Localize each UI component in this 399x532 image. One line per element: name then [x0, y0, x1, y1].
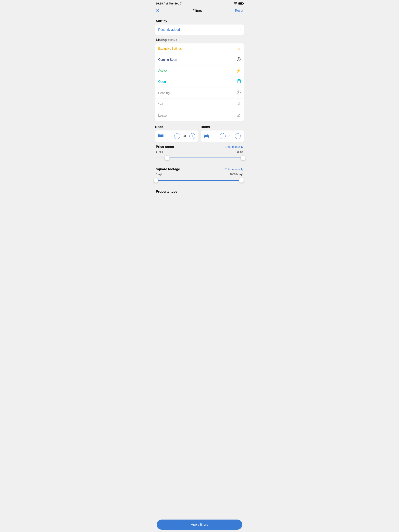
listing-row-pending[interactable]: Pending [155, 88, 244, 99]
price-range-manual-button[interactable]: Enter manually [225, 145, 243, 148]
listing-row-open[interactable]: Open [155, 76, 244, 88]
clock-icon-pending [237, 90, 241, 96]
bookmark-icon [237, 79, 241, 84]
square-footage-section: Square footage Enter manually 0 sqft 100… [153, 164, 246, 187]
svg-line-2 [239, 59, 239, 60]
svg-line-9 [239, 114, 240, 114]
pencil-icon [237, 113, 241, 118]
wifi-icon [234, 2, 237, 5]
coming-soon-label: Coming Soon [158, 58, 177, 62]
status-icons [234, 2, 243, 5]
svg-point-21 [207, 133, 208, 134]
price-slider-fill [167, 158, 243, 158]
pending-label: Pending [158, 91, 170, 95]
sold-label: Sold [158, 103, 164, 106]
bed-icon [158, 133, 164, 139]
status-date: Tue Sep 7 [169, 2, 182, 5]
star-icon: ☆ [237, 46, 241, 51]
baths-value: 3+ [228, 134, 233, 138]
baths-increment-button[interactable]: + [235, 133, 241, 139]
svg-point-20 [208, 134, 208, 134]
apply-filters-button[interactable]: Apply filters [157, 519, 242, 530]
open-label: Open [158, 80, 166, 83]
baths-decrement-button[interactable]: − [220, 133, 225, 139]
page-title: Filters [193, 9, 202, 13]
svg-rect-3 [238, 79, 240, 83]
listing-row-exclusive[interactable]: Exclusive listings ☆ [155, 44, 244, 54]
sqft-min-value: 0 sqft [156, 173, 162, 176]
square-footage-header: Square footage Enter manually [156, 167, 243, 171]
svg-rect-14 [159, 134, 161, 135]
svg-rect-15 [161, 134, 163, 135]
listing-status-card: Exclusive listings ☆ Coming Soon Active … [155, 44, 244, 121]
price-min-value: $475k [156, 150, 163, 153]
beds-counter-card: − 3+ + [155, 130, 198, 142]
square-footage-values: 0 sqft 10000+ sqft [156, 173, 243, 176]
beds-column: Beds − 3+ + [155, 122, 198, 142]
sort-by-card: Recently added › [155, 25, 244, 35]
status-time: 10:18 AM [156, 2, 168, 5]
sqft-range-slider[interactable] [156, 177, 243, 184]
sqft-slider-min-thumb[interactable] [153, 178, 158, 183]
baths-column: Baths − 3+ + [201, 122, 244, 142]
listing-row-lease[interactable]: Lease [155, 110, 244, 121]
beds-decrement-button[interactable]: − [174, 133, 180, 139]
price-range-slider[interactable] [156, 154, 243, 161]
listing-row-coming-soon[interactable]: Coming Soon [155, 54, 244, 65]
beds-controls: − 3+ + [174, 133, 195, 139]
svg-line-17 [205, 137, 205, 138]
exclusive-label: Exclusive listings [158, 47, 182, 51]
price-max-value: $5m+ [237, 150, 243, 153]
lease-label: Lease [158, 114, 167, 117]
sort-chevron-icon: › [240, 28, 241, 32]
listing-row-active[interactable]: Active ⚡ [155, 65, 244, 76]
listing-row-sold[interactable]: Sold [155, 99, 244, 110]
listing-status-label: Listing status [153, 35, 246, 44]
close-button[interactable]: ✕ [156, 8, 159, 13]
sort-by-label: Sort by [153, 16, 246, 25]
sqft-slider-fill [156, 180, 241, 181]
square-footage-title: Square footage [156, 167, 180, 171]
status-bar: 10:18 AM Tue Sep 7 [153, 0, 246, 6]
price-range-header: Price range Enter manually [156, 145, 243, 149]
square-footage-manual-button[interactable]: Enter manually [225, 168, 243, 171]
active-label: Active [158, 69, 167, 72]
svg-rect-13 [158, 135, 159, 136]
clock-icon-coming-soon [237, 57, 241, 62]
baths-label: Baths [201, 122, 244, 130]
svg-rect-16 [204, 135, 209, 137]
baths-counter-card: − 3+ + [201, 130, 244, 142]
lightning-icon: ⚡ [236, 68, 241, 73]
filter-header: ✕ Filters Reset [153, 6, 246, 16]
property-type-label: Property type [153, 187, 246, 194]
beds-increment-button[interactable]: + [189, 133, 195, 139]
svg-line-18 [208, 137, 208, 138]
reset-button[interactable]: Reset [235, 9, 243, 13]
sort-by-value: Recently added [158, 28, 180, 32]
price-range-title: Price range [156, 145, 174, 149]
apply-btn-container: Apply filters [153, 517, 246, 532]
beds-value: 3+ [182, 134, 187, 138]
sort-by-row[interactable]: Recently added › [155, 25, 244, 35]
price-range-section: Price range Enter manually $475k $5m+ [153, 142, 246, 164]
baths-controls: − 3+ + [220, 133, 241, 139]
person-icon [237, 102, 241, 107]
beds-label: Beds [155, 122, 198, 130]
sqft-max-value: 10000+ sqft [230, 173, 243, 176]
battery-icon [238, 2, 243, 5]
svg-point-19 [207, 134, 208, 135]
sqft-slider-max-thumb[interactable] [239, 178, 244, 183]
bath-icon [204, 133, 209, 139]
beds-baths-section: Beds − 3+ + Baths [153, 122, 246, 142]
price-slider-max-thumb[interactable] [241, 155, 246, 160]
price-range-values: $475k $5m+ [156, 150, 243, 153]
svg-line-7 [239, 93, 239, 93]
price-slider-min-thumb[interactable] [165, 155, 170, 160]
svg-point-8 [238, 102, 239, 104]
